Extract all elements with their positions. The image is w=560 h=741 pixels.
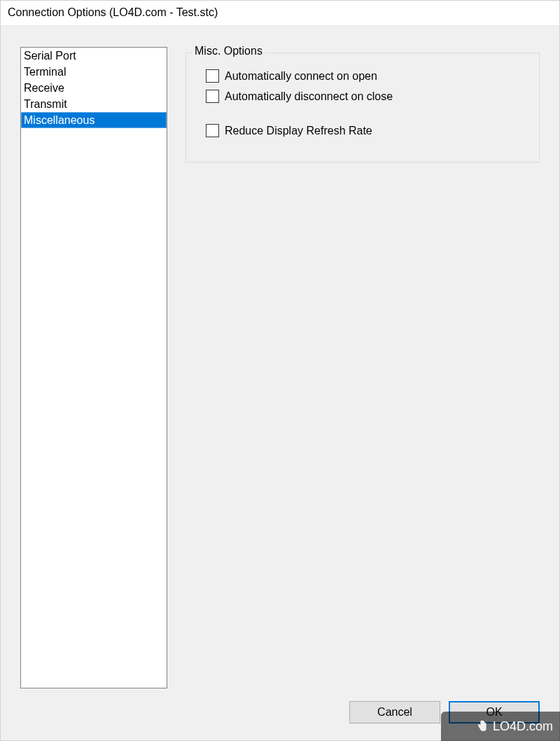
nav-item-label: Terminal bbox=[24, 66, 66, 78]
checkbox-auto-disconnect[interactable] bbox=[206, 90, 219, 103]
checkbox-label: Automatically connect on open bbox=[225, 70, 377, 83]
checkbox-label: Reduce Display Refresh Rate bbox=[225, 125, 372, 137]
content-row: Serial Port Terminal Receive Transmit Mi… bbox=[20, 47, 540, 688]
hand-icon bbox=[475, 719, 489, 733]
checkbox-row-reduce-refresh: Reduce Display Refresh Rate bbox=[197, 120, 528, 141]
titlebar: Connection Options (LO4D.com - Test.stc) bbox=[1, 1, 559, 26]
groupbox-legend: Misc. Options bbox=[192, 45, 265, 57]
nav-item-transmit[interactable]: Transmit bbox=[21, 96, 167, 112]
cancel-button[interactable]: Cancel bbox=[349, 701, 440, 723]
nav-item-serial-port[interactable]: Serial Port bbox=[21, 48, 167, 64]
nav-item-label: Serial Port bbox=[24, 50, 76, 62]
checkbox-reduce-refresh[interactable] bbox=[206, 124, 219, 137]
checkbox-label: Automatically disconnect on close bbox=[225, 90, 393, 103]
checkbox-row-auto-connect: Automatically connect on open bbox=[197, 66, 528, 86]
window-title: Connection Options (LO4D.com - Test.stc) bbox=[8, 6, 218, 18]
watermark-text: LO4D.com bbox=[493, 719, 553, 734]
dialog-window: Connection Options (LO4D.com - Test.stc)… bbox=[0, 0, 560, 741]
nav-item-label: Transmit bbox=[24, 98, 67, 110]
category-list[interactable]: Serial Port Terminal Receive Transmit Mi… bbox=[20, 47, 167, 688]
nav-item-label: Receive bbox=[24, 82, 64, 94]
checkbox-auto-connect[interactable] bbox=[206, 69, 219, 83]
nav-item-receive[interactable]: Receive bbox=[21, 80, 167, 96]
nav-item-miscellaneous[interactable]: Miscellaneous bbox=[21, 112, 167, 128]
nav-item-label: Miscellaneous bbox=[24, 114, 94, 126]
nav-item-terminal[interactable]: Terminal bbox=[21, 64, 167, 80]
misc-options-group: Misc. Options Automatically connect on o… bbox=[186, 53, 540, 162]
options-pane: Misc. Options Automatically connect on o… bbox=[186, 47, 540, 688]
client-area: Serial Port Terminal Receive Transmit Mi… bbox=[1, 26, 559, 740]
checkbox-row-auto-disconnect: Automatically disconnect on close bbox=[197, 86, 528, 106]
watermark: LO4D.com bbox=[441, 712, 560, 741]
